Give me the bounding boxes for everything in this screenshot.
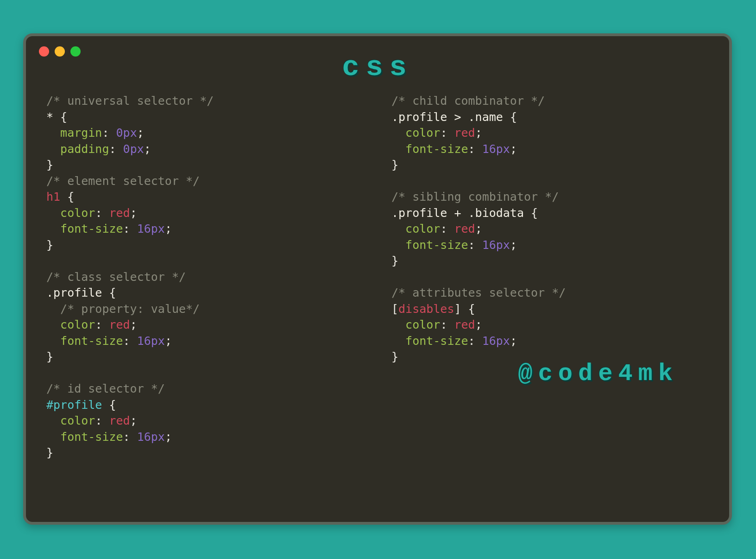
code-left: /* universal selector */ * { margin: 0px… <box>46 93 364 461</box>
val-color: red <box>454 318 475 331</box>
semi: ; <box>165 334 172 348</box>
prop-fontsize: font-size <box>405 238 468 252</box>
brace-open: { <box>53 110 67 124</box>
brace-close: } <box>391 350 398 363</box>
selector-class: .profile <box>46 286 102 299</box>
semi: ; <box>510 238 517 252</box>
prop-color: color <box>405 318 440 331</box>
colon: : <box>95 206 109 220</box>
brace-open: { <box>503 110 517 124</box>
colon: : <box>468 334 482 348</box>
colon: : <box>95 414 109 427</box>
val-fontsize: 16px <box>482 238 510 252</box>
val-fontsize: 16px <box>137 334 165 348</box>
prop-padding: padding <box>60 142 109 156</box>
selector-h1: h1 <box>46 190 60 203</box>
val-padding: 0px <box>123 142 144 156</box>
brace-open: { <box>60 190 74 203</box>
title: css <box>39 51 716 84</box>
prop-margin: margin <box>60 126 102 140</box>
prop-fontsize: font-size <box>60 222 123 235</box>
close-icon[interactable] <box>39 46 49 57</box>
selector-sibling: .profile + .biodata <box>391 206 524 220</box>
val-color: red <box>454 222 475 235</box>
val-color: red <box>109 414 130 427</box>
brace-close: } <box>391 254 398 267</box>
semi: ; <box>144 142 151 156</box>
prop-color: color <box>60 318 95 331</box>
semi: ; <box>130 414 137 427</box>
code-window: css /* universal selector */ * { margin:… <box>23 33 732 525</box>
prop-color: color <box>405 222 440 235</box>
brace-close: } <box>46 446 53 459</box>
val-color: red <box>109 206 130 220</box>
val-margin: 0px <box>116 126 137 140</box>
comment-child: /* child combinator */ <box>391 94 545 108</box>
semi: ; <box>475 318 482 331</box>
brace-open: { <box>461 302 475 316</box>
brace-close: } <box>46 238 53 252</box>
semi: ; <box>165 430 172 444</box>
credit-handle: @code4mk <box>518 360 678 387</box>
colon: : <box>440 318 454 331</box>
selector-child: .profile > .name <box>391 110 503 124</box>
colon: : <box>440 126 454 140</box>
maximize-icon[interactable] <box>70 46 81 57</box>
prop-fontsize: font-size <box>60 430 123 444</box>
val-fontsize: 16px <box>137 222 165 235</box>
comment-universal: /* universal selector */ <box>46 94 214 108</box>
brace-close: } <box>46 158 53 172</box>
semi: ; <box>475 222 482 235</box>
val-fontsize: 16px <box>137 430 165 444</box>
bracket-close: ] <box>454 302 461 316</box>
val-fontsize: 16px <box>482 142 510 156</box>
right-column: /* child combinator */ .profile > .name … <box>364 93 709 461</box>
brace-close: } <box>46 350 53 363</box>
comment-element: /* element selector */ <box>46 174 200 188</box>
semi: ; <box>475 126 482 140</box>
code-right: /* child combinator */ .profile > .name … <box>391 93 709 365</box>
val-color: red <box>109 318 130 331</box>
selector-star: * <box>46 110 53 124</box>
colon: : <box>95 318 109 331</box>
semi: ; <box>130 318 137 331</box>
semi: ; <box>137 126 144 140</box>
colon: : <box>109 142 123 156</box>
prop-color: color <box>60 206 95 220</box>
prop-color: color <box>60 414 95 427</box>
selector-id: #profile <box>46 398 102 412</box>
comment-id: /* id selector */ <box>46 382 165 395</box>
semi: ; <box>510 142 517 156</box>
minimize-icon[interactable] <box>55 46 65 57</box>
prop-fontsize: font-size <box>405 334 468 348</box>
comment-sibling: /* sibling combinator */ <box>391 190 559 203</box>
colon: : <box>468 238 482 252</box>
brace-open: { <box>524 206 538 220</box>
brace-open: { <box>102 398 116 412</box>
brace-close: } <box>391 158 398 172</box>
val-fontsize: 16px <box>482 334 510 348</box>
val-color: red <box>454 126 475 140</box>
brace-open: { <box>102 286 116 299</box>
colon: : <box>102 126 116 140</box>
comment-class: /* class selector */ <box>46 270 186 284</box>
colon: : <box>440 222 454 235</box>
stage: css /* universal selector */ * { margin:… <box>0 0 756 558</box>
semi: ; <box>130 206 137 220</box>
prop-fontsize: font-size <box>405 142 468 156</box>
selector-attr: disables <box>398 302 454 316</box>
colon: : <box>468 142 482 156</box>
colon: : <box>123 334 137 348</box>
comment-attr: /* attributes selector */ <box>391 286 566 299</box>
semi: ; <box>510 334 517 348</box>
code-columns: /* universal selector */ * { margin: 0px… <box>39 93 716 461</box>
left-column: /* universal selector */ * { margin: 0px… <box>46 93 364 461</box>
prop-fontsize: font-size <box>60 334 123 348</box>
window-traffic-lights <box>39 46 81 57</box>
comment-propvalue: /* property: value*/ <box>60 302 200 316</box>
colon: : <box>123 222 137 235</box>
semi: ; <box>165 222 172 235</box>
prop-color: color <box>405 126 440 140</box>
colon: : <box>123 430 137 444</box>
bracket-open: [ <box>391 302 398 316</box>
